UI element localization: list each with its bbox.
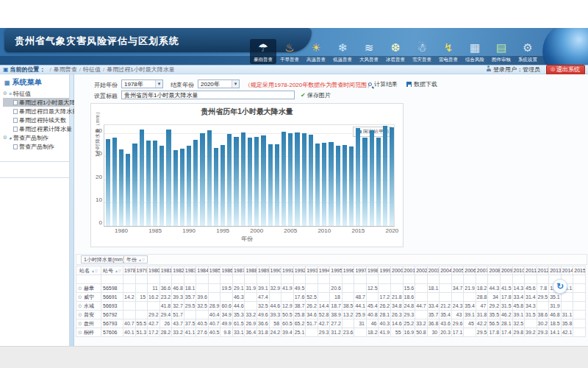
data-download-button[interactable]: 数据下载 [406,80,437,88]
col-header-year[interactable]: 1997 [354,266,367,275]
sidebar-item[interactable]: 普查产品制作 [3,142,69,151]
filter-cell[interactable] [282,275,294,284]
col-header-year[interactable]: 1999 [379,266,391,275]
filter-cell[interactable] [172,275,184,284]
toolbar-item-snow[interactable]: ☃雪灾普查 [409,39,435,64]
col-header-year[interactable]: 2007 [476,266,488,275]
filter-cell[interactable] [403,275,415,284]
filter-cell[interactable] [123,275,136,284]
filter-cell[interactable] [488,275,501,284]
filter-cell[interactable] [464,275,476,284]
filter-cell[interactable] [196,275,209,284]
toolbar-item-wind[interactable]: ≋大风普查 [356,39,382,64]
sidebar-item[interactable]: 暴雨过程日最大降水量 [3,107,69,116]
col-header-year[interactable]: 1998 [366,266,379,275]
breadcrumb-segment[interactable]: 暴雨过程1小时最大降水量 [107,66,174,73]
col-header-year[interactable]: 2001 [403,266,415,275]
toolbar-item-heat[interactable]: ☀高温普查 [303,39,329,64]
chart-title-input[interactable]: 贵州省历年1小时最大降水量 [121,91,295,99]
col-header-year[interactable]: 1985 [208,266,220,275]
col-header-year[interactable]: 2009 [500,266,512,275]
filter-cell[interactable] [101,275,123,284]
filter-cell[interactable] [366,275,379,284]
filter-cell[interactable] [293,275,306,284]
filter-cell[interactable] [415,275,428,284]
filter-cell[interactable] [342,275,354,284]
col-header-year[interactable]: 1984 [196,266,209,275]
col-header-year[interactable]: 2015 [573,266,586,275]
col-header-year[interactable]: 2014 [561,266,573,275]
station-name-cell[interactable]: ⊙赫章 [76,284,101,293]
col-header-year[interactable]: 1982 [172,266,184,275]
col-header-year[interactable]: 1980 [148,266,160,275]
filter-cell[interactable] [257,275,270,284]
col-header-year[interactable]: 2005 [451,266,464,275]
calc-result-button[interactable]: 计算结果 [368,80,398,88]
filter-cell[interactable] [500,275,512,284]
col-header-year[interactable]: 1989 [257,266,270,275]
sidebar-group-0[interactable]: ⊚≡特征值 [3,89,69,98]
toolbar-item-risk[interactable]: ▦综合风险 [462,39,488,64]
station-name-cell[interactable]: ⊙水城 [76,302,101,311]
col-header-year[interactable]: 2006 [464,266,476,275]
toolbar-item-map[interactable]: ▤图件审核 [488,39,514,64]
toolbar-item-drought[interactable]: ♨干旱普查 [276,39,303,64]
col-header-year[interactable]: 2003 [427,266,440,275]
toolbar-item-rain[interactable]: ☂暴雨普查 [250,39,276,64]
filter-cell[interactable] [379,275,391,284]
toolbar-item-settings[interactable]: ⚙系统设置 [514,39,541,64]
filter-cell[interactable] [354,275,367,284]
sidebar-item[interactable]: 暴雨过程1小时最大降水量 [3,98,69,107]
radio-icon[interactable]: ⊙ [78,303,82,308]
station-name-cell[interactable]: ⊙威宁 [76,293,101,302]
end-year-select[interactable]: 2020年 ▾ [198,79,240,88]
col-header-year[interactable]: 2004 [440,266,452,275]
floating-refresh-widget[interactable]: ↻ [553,279,567,294]
col-header-year[interactable]: 1988 [245,266,257,275]
filter-cell[interactable] [135,275,148,284]
logout-button[interactable]: ◎ 退出系统 [546,65,585,75]
filter-cell[interactable] [220,275,233,284]
filter-cell[interactable] [269,275,282,284]
col-header-id[interactable]: 站号▲▽ [101,266,123,275]
col-header-year[interactable]: 1987 [232,266,245,275]
filter-cell[interactable] [245,275,257,284]
sidebar-group-1[interactable]: ⊚◕普查产品制作 [3,133,69,142]
col-header-year[interactable]: 1991 [282,266,294,275]
filter-cell[interactable] [232,275,245,284]
radio-icon[interactable]: ⊙ [78,286,82,291]
filter-cell[interactable] [427,275,440,284]
filter-cell[interactable] [306,275,318,284]
filter-cell[interactable] [525,275,537,284]
col-header-year[interactable]: 1993 [306,266,318,275]
station-name-cell[interactable]: ⊙普安 [76,311,101,319]
filter-cell[interactable] [148,275,160,284]
breadcrumb-segment[interactable]: 暴雨普查 [54,66,77,73]
toolbar-item-cold[interactable]: ❄低温普查 [329,39,356,64]
sidebar-item[interactable]: 暴雨过程累计降水量 [3,124,69,133]
col-header-year[interactable]: 1996 [342,266,354,275]
station-name-cell[interactable]: ⊙盘州 [76,319,101,328]
col-header-year[interactable]: 2012 [537,266,549,275]
radio-icon[interactable]: ⊙ [78,294,82,300]
filter-cell[interactable] [440,275,452,284]
col-header-year[interactable]: 1979 [135,266,148,275]
group-header-precip[interactable]: 1小时降水量(mm) [81,255,127,263]
col-header-year[interactable]: 2008 [488,266,501,275]
col-header-year[interactable]: 1986 [220,266,233,275]
col-header-year[interactable]: 2011 [525,266,537,275]
start-year-select[interactable]: 1978年 ▾ [121,79,163,88]
col-header-year[interactable]: 1990 [269,266,282,275]
filter-cell[interactable] [184,275,196,284]
col-header-year[interactable]: 2010 [512,266,525,275]
col-header-year[interactable]: 1983 [184,266,196,275]
toolbar-item-lightning[interactable]: ↯雷电普查 [435,39,462,64]
col-header-year[interactable]: 2002 [415,266,428,275]
filter-cell[interactable] [451,275,464,284]
radio-icon[interactable]: ⊙ [78,312,82,317]
radio-icon[interactable]: ⊙ [78,321,82,326]
col-header-name[interactable]: 站名▲▽ [76,266,101,275]
filter-cell[interactable] [512,275,525,284]
col-header-year[interactable]: 1992 [293,266,306,275]
toolbar-item-hail[interactable]: ❆冰雹普查 [382,39,409,64]
